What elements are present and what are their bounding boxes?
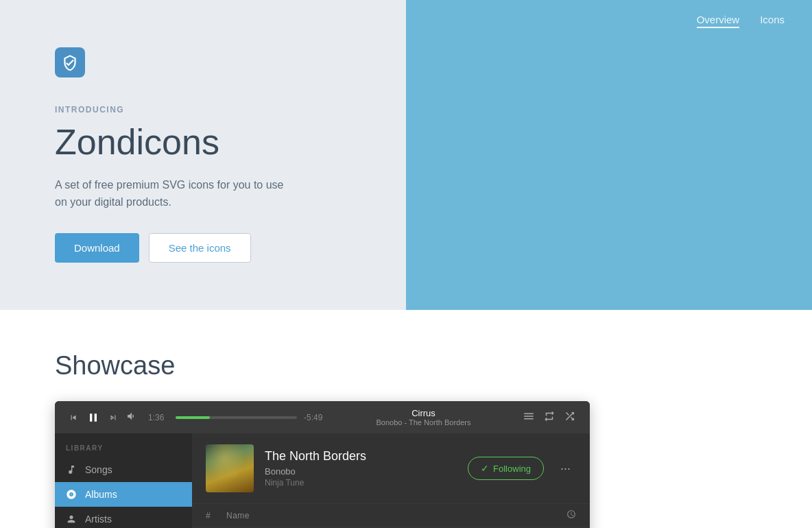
track-duration-header <box>566 509 576 521</box>
albums-label: Albums <box>85 489 117 500</box>
nav-icons[interactable]: Icons <box>760 14 785 28</box>
nav-overview[interactable]: Overview <box>697 14 740 28</box>
hero-title: Zondicons <box>55 123 351 162</box>
clock-icon <box>566 509 576 519</box>
logo-icon <box>61 53 79 71</box>
player-right-controls <box>523 410 576 425</box>
playback-controls <box>69 411 137 424</box>
tracks-table-header: # Name <box>192 504 590 527</box>
check-icon: ✓ <box>481 463 489 474</box>
sidebar-item-albums[interactable]: Albums <box>55 482 192 507</box>
song-info-top: Cirrus Bonobo - The North Borders <box>335 408 512 427</box>
following-button[interactable]: ✓ Following <box>468 457 544 480</box>
person-icon <box>66 514 77 525</box>
shuffle-svg <box>564 410 576 422</box>
time-remaining: -5:49 <box>304 413 324 422</box>
menu-svg <box>523 410 535 422</box>
album-icon <box>66 489 77 500</box>
album-artist: Bonobo <box>265 466 457 477</box>
hero-right-panel: Overview Icons <box>406 0 812 310</box>
progress-bar[interactable] <box>176 416 297 419</box>
music-player: 1:36 -5:49 Cirrus Bonobo - The North Bor… <box>55 401 590 528</box>
song-artist: Bonobo - The North Borders <box>335 418 512 427</box>
library-sidebar: LIBRARY Songs Albums Artists <box>55 433 192 528</box>
album-art <box>206 444 254 492</box>
music-note-icon <box>66 464 77 475</box>
track-name-header: Name <box>226 511 566 520</box>
player-body: LIBRARY Songs Albums Artists <box>55 433 590 528</box>
player-topbar: 1:36 -5:49 Cirrus Bonobo - The North Bor… <box>55 401 590 433</box>
pause-button[interactable] <box>86 411 100 424</box>
next-button[interactable] <box>108 413 118 422</box>
shuffle-icon[interactable] <box>564 410 576 425</box>
progress-area: 1:36 -5:49 <box>148 413 324 422</box>
prev-button[interactable] <box>69 413 78 422</box>
artists-label: Artists <box>85 514 112 525</box>
hero-description: A set of free premium SVG icons for you … <box>55 176 288 211</box>
next-icon <box>108 413 118 422</box>
hero-buttons: Download See the icons <box>55 233 351 263</box>
player-main: The North Borders Bonobo Ninja Tune ✓ Fo… <box>192 433 590 528</box>
see-icons-button[interactable]: See the icons <box>149 233 251 263</box>
download-button[interactable]: Download <box>55 233 139 263</box>
hero-left-panel: INTRODUCING Zondicons A set of free prem… <box>0 0 406 310</box>
introducing-label: INTRODUCING <box>55 105 351 115</box>
volume-svg <box>126 411 137 422</box>
song-title: Cirrus <box>335 408 512 418</box>
repeat-svg <box>543 410 556 422</box>
progress-fill <box>176 416 210 419</box>
album-name: The North Borders <box>265 449 457 464</box>
track-num-header: # <box>206 511 226 520</box>
showcase-title: Showcase <box>55 351 757 381</box>
hero-section: INTRODUCING Zondicons A set of free prem… <box>0 0 812 310</box>
more-button[interactable]: ··· <box>555 456 576 481</box>
showcase-section: Showcase 1:36 <box>0 310 812 528</box>
logo <box>55 47 85 77</box>
album-header: The North Borders Bonobo Ninja Tune ✓ Fo… <box>192 433 590 504</box>
pause-icon <box>86 411 100 424</box>
album-info: The North Borders Bonobo Ninja Tune <box>265 449 457 488</box>
time-current: 1:36 <box>148 413 169 422</box>
library-label: LIBRARY <box>55 444 192 452</box>
album-label: Ninja Tune <box>265 478 457 488</box>
sidebar-item-songs[interactable]: Songs <box>55 457 192 482</box>
prev-icon <box>69 413 78 422</box>
repeat-icon[interactable] <box>543 410 556 425</box>
album-art-visual <box>206 444 254 492</box>
volume-icon[interactable] <box>126 411 137 424</box>
following-label: Following <box>493 464 531 474</box>
songs-label: Songs <box>85 464 112 475</box>
sidebar-item-artists[interactable]: Artists <box>55 507 192 528</box>
hero-nav: Overview Icons <box>406 0 812 42</box>
menu-icon[interactable] <box>523 410 535 425</box>
